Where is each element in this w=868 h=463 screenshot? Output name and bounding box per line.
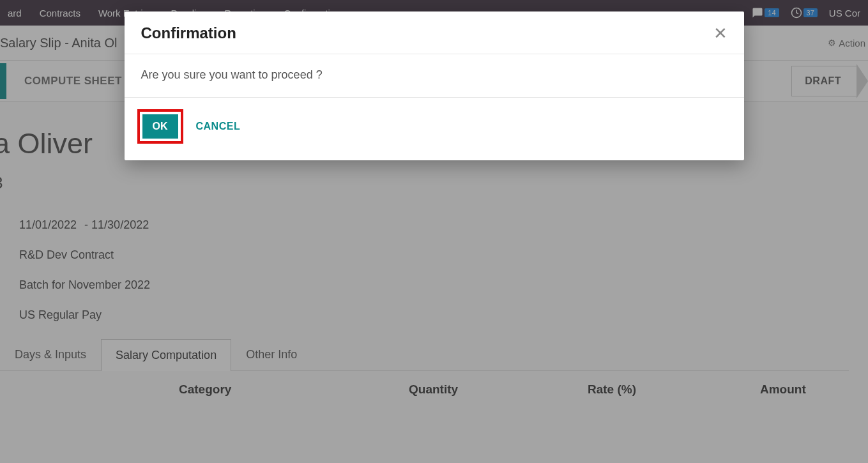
close-icon[interactable]: ✕ (713, 25, 727, 42)
dialog-header: Confirmation ✕ (125, 11, 744, 54)
dialog-footer: OK CANCEL (125, 98, 744, 160)
ok-button[interactable]: OK (142, 114, 178, 139)
modal-overlay: Confirmation ✕ Are you sure you want to … (0, 0, 868, 463)
confirmation-dialog: Confirmation ✕ Are you sure you want to … (125, 11, 744, 160)
dialog-body: Are you sure you want to proceed ? (125, 54, 744, 98)
dialog-title: Confirmation (141, 24, 236, 42)
ok-button-highlight: OK (137, 109, 183, 144)
cancel-button[interactable]: CANCEL (196, 121, 241, 132)
